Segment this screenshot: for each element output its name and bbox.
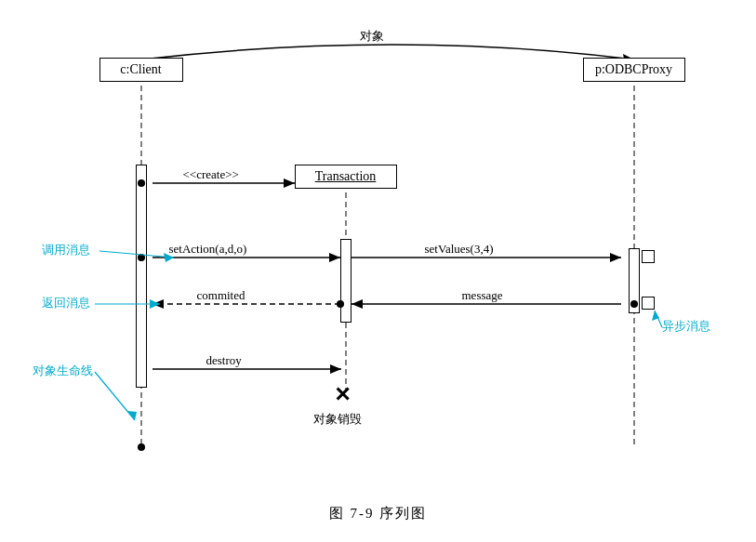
svg-line-22 bbox=[655, 311, 662, 327]
annotation-arrows bbox=[25, 20, 732, 522]
svg-marker-9 bbox=[610, 253, 621, 262]
async-box-2 bbox=[642, 297, 655, 310]
return-label: 返回消息 bbox=[42, 295, 90, 311]
invoke-label: 调用消息 bbox=[42, 242, 90, 258]
svg-marker-7 bbox=[329, 253, 340, 262]
svg-marker-19 bbox=[150, 299, 160, 309]
svg-marker-15 bbox=[330, 364, 341, 374]
setaction-dot bbox=[138, 254, 145, 261]
figure-caption: 图 7-9 序列图 bbox=[25, 505, 732, 522]
create-dot bbox=[138, 179, 145, 187]
destroy-x-mark: ✕ bbox=[334, 383, 351, 407]
svg-marker-5 bbox=[284, 178, 295, 188]
proxy-box: p:ODBCProxy bbox=[583, 58, 685, 82]
svg-marker-23 bbox=[652, 311, 659, 321]
svg-marker-21 bbox=[127, 411, 137, 420]
arrows-svg bbox=[25, 20, 732, 522]
async-box-1 bbox=[642, 250, 655, 263]
svg-marker-11 bbox=[153, 299, 164, 309]
destroy-label: destroy bbox=[206, 353, 242, 368]
transaction-activation bbox=[340, 239, 351, 323]
svg-marker-13 bbox=[351, 299, 363, 309]
object-top-label: 对象 bbox=[360, 28, 384, 45]
lifeline-label: 对象生命线 bbox=[33, 363, 93, 379]
message-label: message bbox=[462, 288, 503, 303]
commited-label: commited bbox=[197, 288, 245, 303]
svg-line-20 bbox=[95, 372, 135, 420]
create-label: <<create>> bbox=[183, 167, 239, 182]
setvalues-label: setValues(3,4) bbox=[425, 242, 494, 257]
async-label: 异步消息 bbox=[662, 318, 710, 335]
client-box: c:Client bbox=[99, 58, 183, 82]
client-activation bbox=[136, 165, 147, 388]
client-lifeline-dot bbox=[138, 443, 145, 451]
diagram-container: c:Client p:ODBCProxy 对象 Transaction <<cr… bbox=[25, 20, 732, 522]
transaction-box: Transaction bbox=[295, 165, 397, 189]
message-dot bbox=[630, 300, 638, 308]
commited-dot bbox=[337, 300, 344, 308]
object-destroy-label: 对象销毁 bbox=[313, 411, 362, 428]
setaction-label: setAction(a,d,o) bbox=[169, 242, 247, 257]
